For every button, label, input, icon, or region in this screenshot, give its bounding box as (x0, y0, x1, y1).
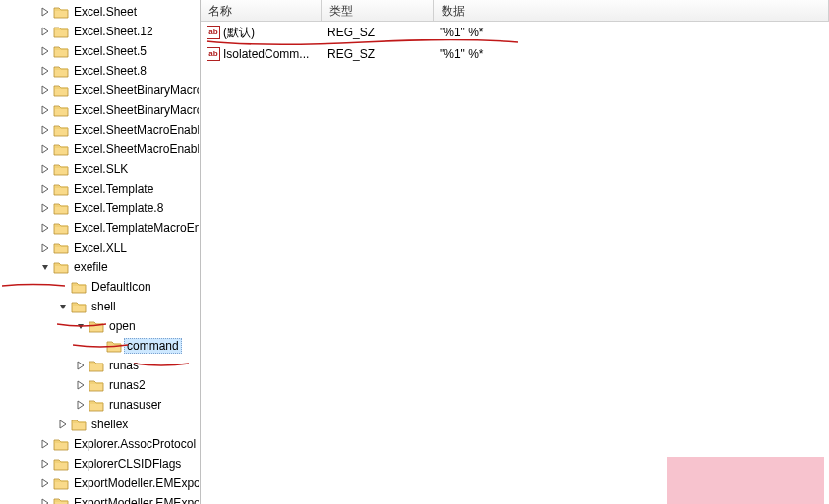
chevron-right-icon[interactable] (39, 202, 51, 214)
chevron-right-icon[interactable] (39, 497, 51, 504)
chevron-right-icon[interactable] (75, 379, 87, 391)
folder-icon (53, 182, 69, 196)
chevron-down-icon[interactable] (57, 301, 69, 312)
folder-icon (106, 339, 122, 353)
tree-node-label: runasuser (106, 397, 164, 413)
tree-node[interactable]: open (0, 316, 200, 336)
col-header-type[interactable]: 类型 (322, 0, 434, 21)
tree-pane[interactable]: Excel.SheetExcel.Sheet.12Excel.Sheet.5Ex… (0, 0, 200, 504)
folder-icon (53, 64, 69, 78)
list-pane: 名称 类型 数据 ab(默认)REG_SZ"%1" %*abIsolatedCo… (201, 0, 829, 504)
chevron-right-icon[interactable] (39, 84, 51, 96)
chevron-right-icon[interactable] (39, 458, 51, 470)
tree-node-label: Excel.Sheet.8 (71, 63, 149, 79)
tree-node-label: command (124, 338, 182, 354)
value-name: (默认) (223, 25, 255, 41)
folder-icon (53, 241, 69, 254)
folder-icon (53, 437, 69, 451)
tree-node[interactable]: Excel.Template (0, 179, 200, 198)
list-body[interactable]: ab(默认)REG_SZ"%1" %*abIsolatedComm...REG_… (201, 22, 829, 504)
tree-node[interactable]: Excel.SheetMacroEnabled.12 (0, 140, 200, 159)
tree-node[interactable]: Excel.XLL (0, 238, 200, 257)
tree-node-label: Excel.SheetBinaryMacroEnabled (71, 83, 199, 98)
tree-node-label: shellex (89, 417, 131, 432)
value-type: REG_SZ (322, 24, 434, 41)
chevron-right-icon[interactable] (75, 360, 87, 371)
tree-node-label: open (106, 318, 139, 334)
tree-node[interactable]: runas (0, 356, 200, 375)
folder-icon (89, 359, 104, 372)
tree-node[interactable]: Excel.Sheet.12 (0, 22, 200, 41)
folder-icon (71, 300, 87, 313)
chevron-right-icon[interactable] (39, 222, 51, 234)
folder-icon (53, 221, 69, 235)
tree-node[interactable]: Excel.Sheet.8 (0, 61, 200, 81)
tree-node-label: Excel.SheetMacroEnabled (71, 122, 199, 138)
tree-node[interactable]: ExplorerCLSIDFlags (0, 454, 200, 474)
tree-node[interactable]: shellex (0, 415, 200, 434)
tree-node-label: DefaultIcon (89, 279, 154, 295)
folder-icon (89, 398, 104, 412)
chevron-right-icon[interactable] (39, 65, 51, 77)
value-row[interactable]: abIsolatedComm...REG_SZ"%1" %* (201, 43, 829, 65)
folder-icon (71, 280, 87, 294)
tree-node[interactable]: Excel.SLK (0, 159, 200, 179)
tree-node[interactable]: command (0, 336, 200, 356)
tree-node-label: shell (89, 299, 119, 314)
tree-node[interactable]: DefaultIcon (0, 277, 200, 297)
chevron-right-icon[interactable] (39, 6, 51, 18)
chevron-right-icon[interactable] (39, 477, 51, 489)
value-data: "%1" %* (434, 45, 829, 63)
chevron-down-icon[interactable] (75, 320, 87, 332)
chevron-right-icon[interactable] (39, 45, 51, 57)
chevron-right-icon[interactable] (75, 399, 87, 411)
folder-icon (53, 201, 69, 215)
string-value-icon: ab (207, 47, 220, 61)
col-header-data[interactable]: 数据 (434, 0, 829, 21)
folder-icon (53, 123, 69, 137)
chevron-right-icon[interactable] (39, 438, 51, 450)
chevron-right-icon[interactable] (39, 163, 51, 175)
folder-icon (53, 5, 69, 19)
tree-node[interactable]: runas2 (0, 375, 200, 395)
tree-node[interactable]: ExportModeller.EMExport (0, 474, 200, 493)
value-data: "%1" %* (434, 24, 829, 41)
tree-node[interactable]: Explorer.AssocProtocol (0, 434, 200, 454)
chevron-right-icon[interactable] (39, 183, 51, 195)
chevron-right-icon[interactable] (39, 104, 51, 116)
folder-icon (89, 378, 104, 392)
tree-node-label: Explorer.AssocProtocol (71, 436, 199, 452)
tree-node[interactable]: exefile (0, 257, 200, 277)
chevron-right-icon[interactable] (39, 242, 51, 253)
folder-icon (53, 44, 69, 58)
value-name: IsolatedComm... (223, 47, 309, 61)
tree-node[interactable]: Excel.Sheet.5 (0, 41, 200, 61)
expander-placeholder (57, 281, 69, 293)
chevron-right-icon[interactable] (39, 26, 51, 37)
folder-icon (53, 260, 69, 274)
tree-node[interactable]: shell (0, 297, 200, 316)
value-row[interactable]: ab(默认)REG_SZ"%1" %* (201, 22, 829, 43)
folder-icon (53, 142, 69, 156)
chevron-right-icon[interactable] (39, 124, 51, 136)
tree-node[interactable]: runasuser (0, 395, 200, 415)
chevron-right-icon[interactable] (57, 419, 69, 430)
chevron-right-icon[interactable] (39, 143, 51, 155)
tree-node[interactable]: Excel.SheetMacroEnabled (0, 120, 200, 140)
tree-node[interactable]: Excel.TemplateMacroEnabled (0, 218, 200, 238)
expander-placeholder (92, 340, 104, 352)
chevron-down-icon[interactable] (39, 261, 51, 273)
tree-node-label: Excel.SheetMacroEnabled.12 (71, 141, 199, 157)
tree-node-label: Excel.SLK (71, 161, 131, 177)
col-header-name[interactable]: 名称 (201, 0, 322, 21)
tree-node-label: Excel.Sheet.5 (71, 43, 149, 59)
tree-node-label: ExplorerCLSIDFlags (71, 456, 184, 472)
folder-icon (53, 496, 69, 504)
tree-node-label: Excel.XLL (71, 240, 130, 255)
tree-node[interactable]: ExportModeller.EMExport (0, 493, 200, 504)
tree-node[interactable]: Excel.Template.8 (0, 198, 200, 218)
tree-node[interactable]: Excel.Sheet (0, 2, 200, 22)
tree-node[interactable]: Excel.SheetBinaryMacroEnabled (0, 81, 200, 100)
tree-node-label: Excel.TemplateMacroEnabled (71, 220, 199, 236)
tree-node[interactable]: Excel.SheetBinaryMacroEnabled.12 (0, 100, 200, 120)
